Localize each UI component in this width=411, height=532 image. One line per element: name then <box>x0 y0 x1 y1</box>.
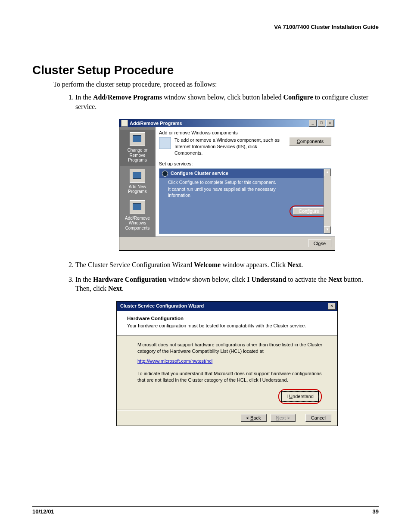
sidebar-item-windows-components[interactable]: Add/Remove Windows Components <box>120 198 155 234</box>
dialog-titlebar[interactable]: Cluster Service Configuration Wizard × <box>117 302 337 311</box>
highlight-oval: Configure <box>290 205 328 217</box>
sidebar-item-add-new[interactable]: Add New Programs <box>120 166 155 198</box>
step-3: In the Hardware Configuration window sho… <box>75 275 379 426</box>
close-window-button[interactable]: Close <box>308 240 331 247</box>
minimize-button[interactable]: _ <box>309 120 317 127</box>
sidebar-item-change-remove[interactable]: Change or Remove Programs <box>120 130 155 166</box>
box-icon <box>130 132 145 146</box>
service-line2: It cannot run until you have supplied al… <box>168 187 288 198</box>
window-titlebar[interactable]: Add/Remove Programs _ □ × <box>119 119 335 127</box>
components-desc: To add or remove a Windows component, su… <box>174 137 286 156</box>
setup-services-label: Set up services: <box>159 161 331 167</box>
step-2: The Cluster Service Configuration Wizard… <box>75 260 379 270</box>
service-header[interactable]: Configure Cluster service <box>159 169 331 178</box>
components-button[interactable]: Components <box>289 137 331 146</box>
services-panel: Configure Cluster service Click Configur… <box>159 168 331 234</box>
service-line1: Click Configure to complete Setup for th… <box>168 180 288 186</box>
back-button[interactable]: < Back <box>241 414 267 422</box>
component-icon <box>159 137 171 149</box>
i-understand-button[interactable]: I Understand <box>282 392 318 401</box>
footer-date: 10/12/01 <box>32 508 54 515</box>
window-title: Add/Remove Programs <box>130 120 309 127</box>
dialog-para1: Microsoft does not support hardware conf… <box>137 342 324 355</box>
page-header-title: VA 7100/7400 Cluster Installation Guide <box>32 24 379 30</box>
box-icon <box>130 200 145 214</box>
app-icon <box>121 120 128 127</box>
configure-button[interactable]: Configure <box>293 207 325 215</box>
sidebar: Change or Remove Programs Add New Progra… <box>119 127 156 236</box>
close-button[interactable]: × <box>326 120 334 127</box>
components-heading: Add or remove Windows components <box>159 130 331 136</box>
cluster-wizard-dialog: Cluster Service Configuration Wizard × H… <box>116 301 338 426</box>
dialog-para2: To indicate that you understand that Mic… <box>137 370 324 383</box>
dialog-title: Cluster Service Configuration Wizard <box>120 303 328 309</box>
add-remove-programs-window: Add/Remove Programs _ □ × Change or Remo… <box>119 119 335 251</box>
scroll-down-icon[interactable]: ▼ <box>324 226 331 233</box>
step-1: In the Add/Remove Programs window shown … <box>75 93 379 251</box>
dialog-close-button[interactable]: × <box>328 303 336 310</box>
scroll-up-icon[interactable]: ▲ <box>324 169 331 176</box>
dialog-subheading: Your hardware configuration must be test… <box>127 323 330 329</box>
footer-page-number: 39 <box>373 508 379 515</box>
dialog-heading: Hardware Configuration <box>127 315 330 322</box>
gear-icon <box>162 171 168 177</box>
section-heading: Cluster Setup Procedure <box>32 63 379 77</box>
footer-rule <box>32 506 379 507</box>
box-icon <box>130 169 145 183</box>
hcl-link[interactable]: http://www.microsoft.com/hwtest/hcl <box>137 358 212 364</box>
intro-text: To perform the cluster setup procedure, … <box>53 81 379 88</box>
header-rule <box>32 33 379 33</box>
next-button[interactable]: Next > <box>271 414 296 422</box>
maximize-button[interactable]: □ <box>318 120 325 127</box>
cancel-button[interactable]: Cancel <box>305 414 331 422</box>
highlight-oval: I Understand <box>278 389 322 404</box>
scrollbar[interactable]: ▲ ▼ <box>324 169 331 233</box>
